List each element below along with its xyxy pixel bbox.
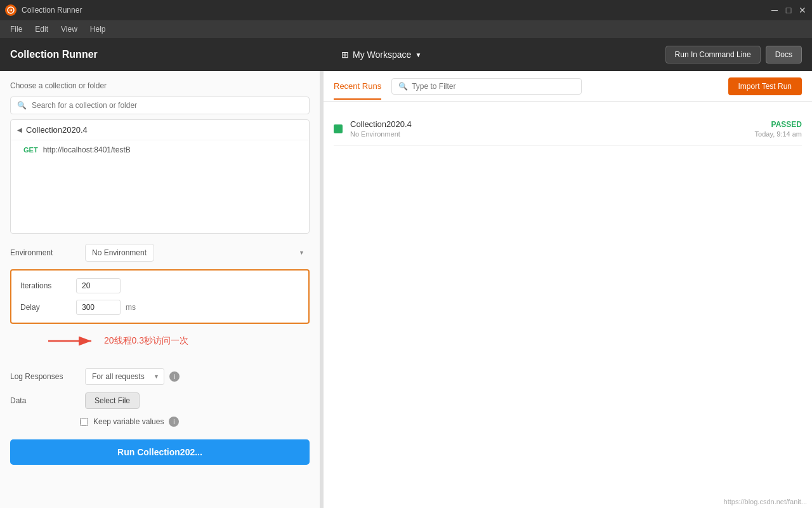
collection-name: Collection2020.4: [26, 125, 88, 135]
collection-item[interactable]: ◀ Collection2020.4: [11, 120, 309, 140]
environment-select-wrapper: No Environment: [85, 244, 310, 262]
keep-variable-label: Keep variable values: [93, 417, 164, 426]
run-collection-button[interactable]: Run Collection202...: [10, 439, 310, 465]
run-result: PASSED Today, 9:14 am: [755, 120, 802, 138]
run-command-line-button[interactable]: Run In Command Line: [665, 46, 761, 64]
log-select-wrapper: For all requests On error None: [85, 368, 164, 385]
section-label: Choose a collection or folder: [10, 81, 310, 90]
collapse-icon: ◀: [17, 126, 22, 133]
window-controls: ─ □ ✕: [770, 6, 807, 15]
run-environment: No Environment: [350, 130, 747, 138]
menu-help[interactable]: Help: [85, 22, 111, 36]
app-header: Collection Runner ⊞ My Workspace ▼ Run I…: [0, 38, 812, 71]
run-status-label: PASSED: [755, 120, 802, 129]
run-time: Today, 9:14 am: [755, 130, 802, 138]
collection-tree: ◀ Collection2020.4 GET http://localhost:…: [10, 119, 310, 234]
minimize-button[interactable]: ─: [770, 6, 779, 15]
runs-list: Collection2020.4 No Environment PASSED T…: [324, 102, 812, 156]
environment-label: Environment: [10, 248, 80, 257]
chevron-down-icon: ▼: [415, 51, 421, 58]
delay-unit: ms: [126, 303, 136, 312]
select-file-button[interactable]: Select File: [85, 392, 140, 409]
log-responses-label: Log Responses: [10, 372, 80, 381]
delay-label: Delay: [20, 303, 71, 312]
iteration-delay-box: Iterations Delay ms: [10, 269, 310, 324]
delay-input[interactable]: [76, 300, 121, 315]
run-info: Collection2020.4 No Environment: [350, 119, 747, 138]
filter-input[interactable]: [412, 82, 575, 91]
iterations-label: Iterations: [20, 281, 71, 290]
menu-view[interactable]: View: [56, 22, 82, 36]
app-icon: [5, 4, 16, 16]
arrow-icon: [48, 331, 99, 351]
iterations-input[interactable]: [76, 278, 121, 293]
request-url: http://localhost:8401/testB: [43, 145, 131, 154]
run-status-dot: [334, 124, 343, 133]
filter-box[interactable]: 🔍: [391, 78, 582, 95]
docs-button[interactable]: Docs: [766, 46, 802, 64]
left-panel: Choose a collection or folder 🔍 ◀ Collec…: [0, 71, 320, 508]
run-item[interactable]: Collection2020.4 No Environment PASSED T…: [334, 112, 802, 146]
workspace-selector[interactable]: ⊞ My Workspace ▼: [108, 50, 655, 60]
data-label: Data: [10, 396, 80, 405]
log-responses-select[interactable]: For all requests On error None: [85, 368, 164, 385]
keep-variable-row: Keep variable values i: [10, 417, 310, 427]
right-header: Recent Runs 🔍 Import Test Run: [324, 71, 812, 102]
workspace-icon: ⊞: [341, 50, 349, 60]
right-panel: Recent Runs 🔍 Import Test Run Collection…: [324, 71, 812, 508]
annotation-text: 20线程0.3秒访问一次: [104, 335, 188, 347]
header-actions: Run In Command Line Docs: [665, 46, 802, 64]
request-item[interactable]: GET http://localhost:8401/testB: [11, 140, 309, 159]
log-info-icon[interactable]: i: [169, 371, 180, 382]
close-button[interactable]: ✕: [798, 6, 807, 15]
log-responses-row: Log Responses For all requests On error …: [10, 368, 310, 385]
keep-variable-checkbox[interactable]: [80, 418, 88, 426]
search-icon: 🔍: [17, 101, 27, 110]
import-test-run-button[interactable]: Import Test Run: [728, 77, 802, 95]
search-input[interactable]: [32, 101, 303, 110]
annotation-area: 20线程0.3秒访问一次: [10, 331, 310, 363]
watermark: https://blog.csdn.net/fanit...: [724, 498, 807, 505]
data-row: Data Select File: [10, 392, 310, 409]
search-icon: 🔍: [398, 82, 408, 91]
workspace-name: My Workspace: [353, 50, 411, 60]
environment-select[interactable]: No Environment: [85, 244, 154, 262]
environment-row: Environment No Environment: [10, 244, 310, 262]
menu-edit[interactable]: Edit: [30, 22, 53, 36]
main-layout: Choose a collection or folder 🔍 ◀ Collec…: [0, 71, 812, 508]
run-name: Collection2020.4: [350, 119, 747, 129]
menu-file[interactable]: File: [5, 22, 27, 36]
http-method-badge: GET: [23, 146, 38, 154]
titlebar-title: Collection Runner: [22, 6, 770, 15]
titlebar: Collection Runner ─ □ ✕: [0, 0, 812, 20]
maximize-button[interactable]: □: [784, 6, 793, 15]
menubar: File Edit View Help: [0, 20, 812, 38]
search-box[interactable]: 🔍: [10, 97, 310, 114]
keep-variable-info-icon[interactable]: i: [169, 417, 179, 427]
app-title: Collection Runner: [10, 49, 98, 60]
iterations-row: Iterations: [20, 278, 299, 293]
delay-row: Delay ms: [20, 300, 299, 315]
tab-recent-runs[interactable]: Recent Runs: [334, 72, 381, 100]
